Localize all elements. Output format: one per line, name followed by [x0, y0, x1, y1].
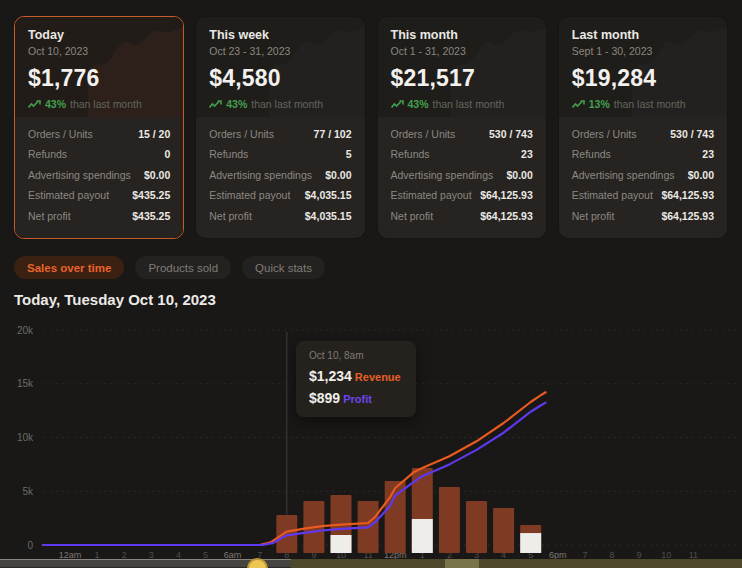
stat-row: Advertising spendings$0.00 [572, 169, 714, 181]
tab-products-sold[interactable]: Products sold [135, 256, 231, 279]
stat-label: Refunds [209, 148, 248, 160]
stat-row: Net profit$64,125.93 [391, 210, 533, 222]
stat-label: Estimated payout [572, 189, 653, 201]
card-date-range: Oct 23 - 31, 2023 [209, 45, 351, 57]
summary-card-this-week[interactable]: This weekOct 23 - 31, 2023$4,58043%than … [195, 16, 365, 239]
tooltip-time: Oct 10, 8am [309, 350, 403, 361]
stat-label: Estimated payout [209, 189, 290, 201]
stat-value: $0.00 [325, 169, 351, 181]
stat-row: Orders / Units530 / 743 [391, 128, 533, 140]
stat-label: Estimated payout [391, 189, 472, 201]
y-axis-label: 0 [27, 540, 33, 551]
stat-row: Estimated payout$64,125.93 [391, 189, 533, 201]
stat-label: Estimated payout [28, 189, 109, 201]
hour-bar-white-segment [412, 519, 433, 553]
x-axis-label: 1 [95, 550, 100, 559]
stat-label: Orders / Units [28, 128, 93, 140]
sales-over-time-chart[interactable]: 05k10k15k20k12am123456am789101112pm12345… [0, 320, 742, 559]
scrubber-track-segment[interactable] [445, 559, 479, 568]
x-axis-label: 5 [203, 550, 208, 559]
card-stats: Orders / Units530 / 743Refunds23Advertis… [378, 117, 546, 238]
trending-up-icon [391, 100, 404, 109]
card-title: This week [209, 28, 351, 42]
summary-card-today[interactable]: TodayOct 10, 2023$1,77643%than last mont… [14, 16, 184, 239]
stat-value: $4,035.15 [305, 189, 352, 201]
stat-row: Advertising spendings$0.00 [209, 169, 351, 181]
hour-bar[interactable] [466, 501, 487, 553]
stat-value: $0.00 [506, 169, 532, 181]
stat-row: Estimated payout$4,035.15 [209, 189, 351, 201]
scrubber-track-remaining[interactable] [291, 559, 742, 568]
summary-cards-row: TodayOct 10, 2023$1,77643%than last mont… [14, 16, 728, 239]
x-axis-label: 11 [689, 550, 698, 559]
trend-percent: 13% [589, 98, 610, 110]
stat-value: 0 [164, 148, 170, 160]
hour-bar[interactable] [493, 508, 514, 553]
stat-value: $64,125.93 [661, 189, 714, 201]
stat-row: Refunds5 [209, 148, 351, 160]
tooltip-revenue-row: $1,234Revenue [309, 368, 403, 384]
x-axis-label: 2 [122, 550, 127, 559]
tooltip-revenue-value: $1,234 [309, 368, 352, 384]
stat-value: $4,035.15 [305, 210, 352, 222]
card-header: TodayOct 10, 2023$1,77643%than last mont… [15, 17, 183, 117]
card-amount: $1,776 [28, 65, 170, 92]
summary-card-last-month[interactable]: Last monthSept 1 - 30, 2023$19,28413%tha… [558, 16, 728, 239]
card-date-range: Oct 1 - 31, 2023 [391, 45, 533, 57]
x-axis-label: 3 [149, 550, 154, 559]
tooltip-profit-row: $899Profit [309, 390, 403, 406]
stat-value: 77 / 102 [314, 128, 352, 140]
y-axis-label: 5k [22, 486, 34, 497]
x-axis-label: 4 [176, 550, 181, 559]
trending-up-icon [28, 100, 41, 109]
y-axis-label: 10k [17, 432, 34, 443]
hour-bar[interactable] [439, 487, 460, 553]
card-header: This monthOct 1 - 31, 2023$21,51743%than… [378, 17, 546, 117]
card-stats: Orders / Units77 / 102Refunds5Advertisin… [196, 117, 364, 238]
stat-label: Advertising spendings [572, 169, 675, 181]
trend-suffix: than last month [614, 98, 686, 110]
card-date-range: Oct 10, 2023 [28, 45, 170, 57]
stat-label: Refunds [28, 148, 67, 160]
stat-row: Advertising spendings$0.00 [28, 169, 170, 181]
trend-suffix: than last month [251, 98, 323, 110]
stat-value: $64,125.93 [661, 210, 714, 222]
summary-card-this-month[interactable]: This monthOct 1 - 31, 2023$21,51743%than… [377, 16, 547, 239]
stat-label: Net profit [28, 210, 71, 222]
y-axis-label: 15k [17, 378, 34, 389]
stat-row: Orders / Units77 / 102 [209, 128, 351, 140]
trending-up-icon [209, 100, 222, 109]
stat-label: Advertising spendings [28, 169, 131, 181]
chart-tabs: Sales over timeProducts soldQuick stats [14, 256, 325, 279]
trending-up-icon [572, 100, 585, 109]
tab-quick-stats[interactable]: Quick stats [242, 256, 325, 279]
card-trend: 43%than last month [28, 98, 170, 110]
card-stats: Orders / Units15 / 20Refunds0Advertising… [15, 117, 183, 238]
stat-value: $0.00 [144, 169, 170, 181]
stat-row: Estimated payout$435.25 [28, 189, 170, 201]
card-trend: 13%than last month [572, 98, 714, 110]
stat-label: Refunds [572, 148, 611, 160]
stat-row: Net profit$64,125.93 [572, 210, 714, 222]
stat-value: $64,125.93 [480, 189, 533, 201]
video-scrubber[interactable] [0, 559, 742, 568]
card-title: Last month [572, 28, 714, 42]
card-stats: Orders / Units530 / 743Refunds23Advertis… [559, 117, 727, 238]
stat-label: Orders / Units [572, 128, 637, 140]
section-title: Today, Tuesday Oct 10, 2023 [14, 291, 216, 308]
x-axis-label: 8 [609, 550, 614, 559]
tab-sales-over-time[interactable]: Sales over time [14, 256, 124, 279]
trend-percent: 43% [45, 98, 66, 110]
stat-row: Net profit$435.25 [28, 210, 170, 222]
stat-value: $0.00 [688, 169, 714, 181]
stat-value: $64,125.93 [480, 210, 533, 222]
tooltip-revenue-label: Revenue [355, 371, 401, 383]
stat-label: Orders / Units [391, 128, 456, 140]
card-header: This weekOct 23 - 31, 2023$4,58043%than … [196, 17, 364, 117]
hour-bar[interactable] [385, 481, 406, 553]
trend-suffix: than last month [433, 98, 505, 110]
stat-row: Advertising spendings$0.00 [391, 169, 533, 181]
hour-bar-white-segment [331, 535, 352, 553]
x-axis-label: 6pm [549, 550, 567, 559]
stat-label: Advertising spendings [209, 169, 312, 181]
